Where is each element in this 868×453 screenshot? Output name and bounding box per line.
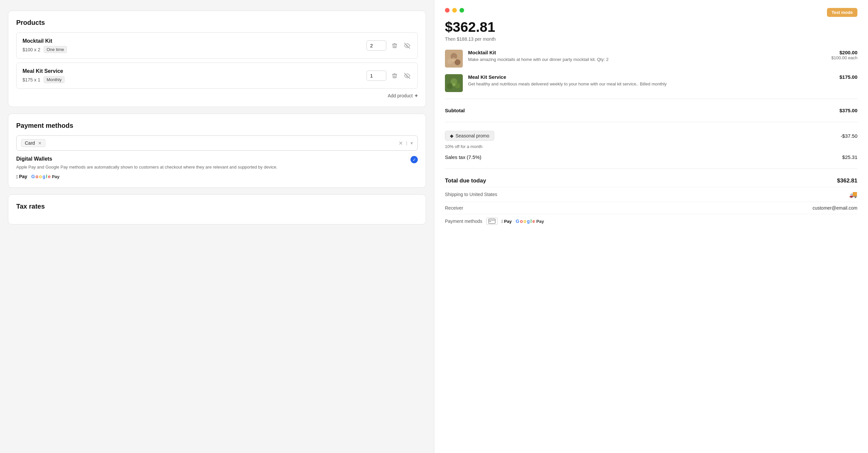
promo-desc: 10% off for a month [445,144,482,149]
svg-rect-14 [489,221,491,222]
g-blue: G [31,174,35,179]
product-price-mealkit: $175 x 1 [23,77,40,83]
apple-pay-text: Pay [19,174,27,179]
preview-item-desc-mocktail: Make amazing mocktails at home with our … [468,57,826,63]
card-lines-icon [488,218,496,224]
svg-point-11 [452,83,456,86]
g-green: l [46,174,47,179]
g-blue2: g [42,174,45,179]
divider: | [406,141,407,145]
preview-item-mocktail: Mocktail Kit Make amazing mocktails at h… [445,50,858,67]
card-icon-preview [486,217,498,225]
wallet-logos:  Pay Google Pay [16,174,410,179]
payment-methods-title: Payment methods [16,122,418,129]
delete-mocktail-button[interactable] [390,41,399,50]
eye-off-icon [404,43,410,49]
trash-icon [392,43,398,49]
google-pay-preview-logo: Google Pay [516,218,544,224]
digital-wallets-checkbox[interactable]: ✓ [410,156,418,163]
shipping-row: Shipping to United States 🚚 [445,187,858,202]
promo-row: ◆ Seasonal promo -$37.50 10% off for a m… [445,128,858,152]
preview-img-mocktail [445,50,463,67]
apple-pay-preview-logo:  Pay [501,219,512,224]
google-pay-logo: Google Pay [31,174,59,179]
preview-item-info-mocktail: Mocktail Kit Make amazing mocktails at h… [468,50,826,63]
test-mode-badge: Test mode [827,8,858,17]
gp-g-blue2: g [527,218,530,224]
svg-point-10 [455,83,460,88]
product-info-mealkit: Meal Kit Service $175 x 1 Monthly [23,68,367,83]
card-tag: Card ✕ [21,139,45,147]
chevron-down-icon[interactable]: ▾ [410,141,413,146]
payment-methods-preview-row: Payment methods  Pay Google Pay [445,214,858,228]
preview-img-mealkit [445,74,463,92]
product-controls-mealkit [367,70,411,81]
left-panel: Products Mocktail Kit $100 x 2 One time [0,0,434,453]
gp-g-red: o [520,218,523,224]
card-tag-remove[interactable]: ✕ [38,141,42,146]
pay-text: Pay [52,174,60,179]
digital-wallets-row: Digital Wallets Apple Pay and Google Pay… [16,156,418,179]
sales-tax-label: Sales tax (7.5%) [445,154,481,160]
payment-methods-section: Payment methods Card ✕ ✕ | ▾ Digital Wal… [8,114,426,188]
then-text: Then $188.13 per month [445,36,858,42]
mealkit-img-svg [445,74,463,92]
add-product-row: Add product + [16,93,418,99]
total-row: Total due today $362.81 [445,175,858,187]
subtotal-label: Subtotal [445,108,465,113]
subtotal-divider [445,99,858,99]
qty-input-mocktail[interactable] [367,40,386,51]
preview-price-each-mocktail: $100.00 each [831,55,858,60]
preview-item-name-mealkit: Meal Kit Service [468,74,834,80]
dot-red[interactable] [445,8,450,12]
gp-pay-text: Pay [536,219,544,224]
sales-tax-row: Sales tax (7.5%) $25.31 [445,152,858,162]
product-price-row-mocktail: $100 x 2 One time [23,46,367,53]
plus-icon: + [415,93,418,99]
right-panel: Test mode $362.81 Then $188.13 per month… [434,0,868,453]
svg-point-9 [447,83,453,89]
product-info-mocktail: Mocktail Kit $100 x 2 One time [23,38,367,53]
preview-price-main-mocktail: $200.00 [831,50,858,55]
product-name-mocktail: Mocktail Kit [23,38,367,44]
payment-select-row[interactable]: Card ✕ ✕ | ▾ [16,135,418,151]
clear-icon[interactable]: ✕ [399,140,403,146]
g-yellow: o [39,174,42,179]
digital-wallets-desc: Apple Pay and Google Pay methods are aut… [16,164,410,171]
tax-rates-title: Tax rates [16,203,418,210]
product-controls-mocktail [367,40,411,51]
total-divider [445,169,858,169]
add-product-button[interactable]: Add product + [388,93,418,99]
g-red: o [35,174,38,179]
product-badge-mocktail: One time [44,46,67,53]
promo-badge: ◆ Seasonal promo [445,131,494,141]
payment-select-icons: ✕ | ▾ [399,140,413,146]
hide-mealkit-button[interactable] [403,71,411,80]
subtotal-row: Subtotal $375.00 [445,105,858,116]
trash-icon-mealkit [392,73,398,79]
gp-g-red2: e [532,218,535,224]
tag-icon: ◆ [450,133,454,139]
gp-g-yellow: o [523,218,526,224]
dot-green[interactable] [460,8,464,12]
total-amount: $362.81 [445,19,858,35]
qty-input-mealkit[interactable] [367,70,386,81]
digital-wallets-info: Digital Wallets Apple Pay and Google Pay… [16,156,410,179]
preview-item-price-mealkit: $175.00 [840,74,858,80]
preview-item-desc-mealkit: Get healthy and nutritious meals deliver… [468,81,834,87]
receiver-row: Receiver customer@email.com [445,202,858,214]
eye-off-icon-mealkit [404,73,410,79]
product-item-mocktail: Mocktail Kit $100 x 2 One time [16,32,418,59]
product-price-mocktail: $100 x 2 [23,47,40,52]
product-badge-mealkit: Monthly [44,76,65,83]
add-product-label: Add product [388,93,413,98]
svg-point-6 [452,58,456,62]
receiver-label: Receiver [445,205,463,211]
hide-mocktail-button[interactable] [403,41,411,50]
preview-item-info-mealkit: Meal Kit Service Get healthy and nutriti… [468,74,834,87]
preview-price-main-mealkit: $175.00 [840,74,858,80]
dot-yellow[interactable] [452,8,457,12]
g-red2: e [48,174,51,179]
delete-mealkit-button[interactable] [390,71,399,80]
sales-tax-value: $25.31 [842,154,858,160]
